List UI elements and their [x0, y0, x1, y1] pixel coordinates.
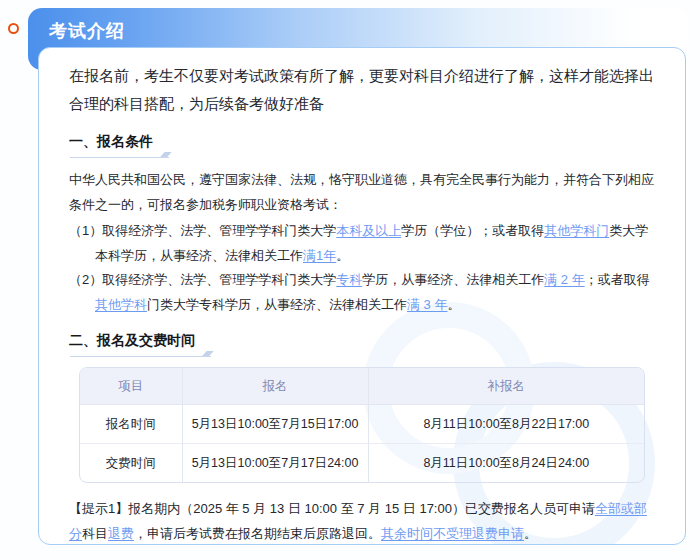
inline-link[interactable]: 其他学科门: [544, 223, 609, 238]
condition-item-2: （2）取得经济学、法学、管理学学科门类大学专科学历，从事经济、法律相关工作满 2…: [69, 268, 655, 317]
inline-link[interactable]: 满 3 年: [407, 297, 447, 312]
inline-link[interactable]: 退费: [108, 526, 134, 541]
payment-period: 5月13日10:00至7月17日24:00: [182, 444, 368, 482]
text-run: ；或者取得: [585, 272, 650, 287]
text-run: ，申请后考试费在报名期结束后原路退回。: [134, 526, 381, 541]
supplementary-payment-period: 8月11日10:00至8月24日24:00: [368, 444, 644, 482]
registration-conditions-lead: 中华人民共和国公民，遵守国家法律、法规，恪守职业道德，具有完全民事行为能力，并符…: [69, 168, 655, 217]
inline-link[interactable]: 满 2 年: [544, 272, 584, 287]
table-header-row: 项目 报名 补报名: [80, 368, 644, 405]
page-title: 考试介绍: [28, 8, 688, 43]
condition-item-1: （1）取得经济学、法学、管理学学科门类大学本科及以上学历（学位）；或者取得其他学…: [69, 219, 655, 268]
col-header-item: 项目: [80, 368, 182, 405]
inline-link[interactable]: 其余时间不受理退费申请: [381, 526, 524, 541]
tip-1: 【提示1】报名期内（2025 年 5 月 13 日 10:00 至 7 月 15…: [69, 497, 655, 545]
table-row: 交费时间 5月13日10:00至7月17日24:00 8月11日10:00至8月…: [80, 444, 644, 482]
text-run: 学历，从事经济、法律相关工作: [362, 272, 544, 287]
text-run: 。: [447, 297, 460, 312]
col-header-supplementary: 补报名: [368, 368, 644, 405]
inline-link[interactable]: 满1年: [303, 248, 336, 263]
table-row: 报名时间 5月13日10:00至7月15日17:00 8月11日10:00至8月…: [80, 405, 644, 444]
schedule-table: 项目 报名 补报名 报名时间 5月13日10:00至7月15日17:00 8月1…: [79, 367, 645, 483]
col-header-registration: 报名: [182, 368, 368, 405]
inline-link[interactable]: 其他学科: [95, 297, 147, 312]
registration-period: 5月13日10:00至7月15日17:00: [182, 405, 368, 444]
row-label: 报名时间: [80, 405, 182, 444]
row-label: 交费时间: [80, 444, 182, 482]
section-two-title: 二、报名及交费时间: [69, 332, 195, 357]
section-one-title: 一、报名条件: [69, 133, 153, 158]
text-run: （1）取得经济学、法学、管理学学科门类大学: [69, 223, 336, 238]
text-run: 门类大学专科学历，从事经济、法律相关工作: [147, 297, 407, 312]
section-two-header: 二、报名及交费时间: [69, 331, 655, 357]
text-run: （2）取得经济学、法学、管理学学科门类大学: [69, 272, 336, 287]
text-run: 。: [336, 248, 349, 263]
exam-intro-page: 考试介绍 在报名前，考生不仅要对考试政策有所了解，更要对科目介绍进行了解，这样才…: [0, 0, 700, 560]
supplementary-registration-period: 8月11日10:00至8月22日17:00: [368, 405, 644, 444]
text-run: 学历（学位）；或者取得: [401, 223, 544, 238]
text-run: 。: [524, 526, 537, 541]
inline-link[interactable]: 专科: [336, 272, 362, 287]
schedule-table-wrapper: 项目 报名 补报名 报名时间 5月13日10:00至7月15日17:00 8月1…: [79, 367, 645, 483]
section-one-header: 一、报名条件: [69, 132, 655, 158]
inline-link[interactable]: 本科及以上: [336, 223, 401, 238]
intro-paragraph: 在报名前，考生不仅要对考试政策有所了解，更要对科目介绍进行了解，这样才能选择出合…: [69, 62, 655, 118]
exam-intro-card: 在报名前，考生不仅要对考试政策有所了解，更要对科目介绍进行了解，这样才能选择出合…: [38, 47, 686, 545]
text-run: 【提示1】报名期内（2025 年 5 月 13 日 10:00 至 7 月 15…: [69, 501, 595, 516]
text-run: 科目: [82, 526, 108, 541]
orange-bullet-icon: [8, 23, 19, 34]
